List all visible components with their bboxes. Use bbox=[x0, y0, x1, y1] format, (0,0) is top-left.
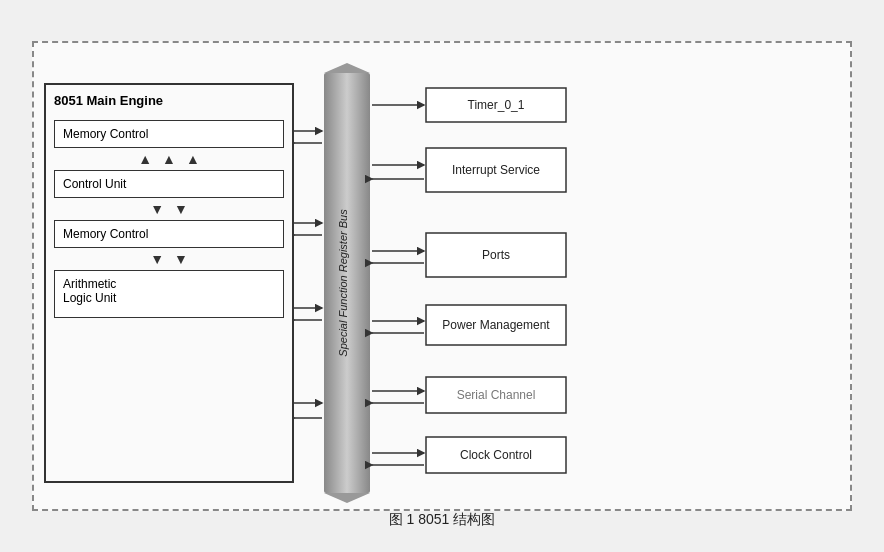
memory-control-top-label: Memory Control bbox=[63, 127, 148, 141]
memory-control-bottom-box: Memory Control bbox=[54, 220, 284, 248]
up-arrows-1: ▲ ▲ ▲ bbox=[54, 151, 284, 167]
alu-label: ArithmeticLogic Unit bbox=[63, 277, 116, 305]
svg-text:Ports: Ports bbox=[482, 248, 510, 262]
svg-text:Serial Channel: Serial Channel bbox=[457, 388, 536, 402]
main-engine-title: 8051 Main Engine bbox=[54, 93, 284, 108]
control-unit-label: Control Unit bbox=[63, 177, 126, 191]
down-arrows-2: ▼ ▼ bbox=[54, 251, 284, 267]
diagram-caption: 图 1 8051 结构图 bbox=[44, 511, 840, 529]
svg-text:Special Function Register Bus: Special Function Register Bus bbox=[337, 209, 349, 357]
down-arrows-1: ▼ ▼ bbox=[54, 201, 284, 217]
svg-text:Timer_0_1: Timer_0_1 bbox=[468, 98, 525, 112]
svg-text:Interrupt Service: Interrupt Service bbox=[452, 163, 540, 177]
alu-box: ArithmeticLogic Unit bbox=[54, 270, 284, 318]
svg-text:Clock Control: Clock Control bbox=[460, 448, 532, 462]
diagram-outer: 8051 Main Engine Memory Control ▲ ▲ ▲ Co… bbox=[32, 41, 852, 511]
memory-control-bottom-label: Memory Control bbox=[63, 227, 148, 241]
svg-text:Power Management: Power Management bbox=[442, 318, 550, 332]
memory-control-top-box: Memory Control bbox=[54, 120, 284, 148]
connector-svg: Special Function Register Bus bbox=[294, 63, 814, 503]
control-unit-box: Control Unit bbox=[54, 170, 284, 198]
diagram-layout: 8051 Main Engine Memory Control ▲ ▲ ▲ Co… bbox=[44, 63, 840, 503]
svg-marker-1 bbox=[324, 63, 370, 73]
main-engine-box: 8051 Main Engine Memory Control ▲ ▲ ▲ Co… bbox=[44, 83, 294, 483]
page-container: 8051 Main Engine Memory Control ▲ ▲ ▲ Co… bbox=[12, 11, 872, 541]
svg-marker-2 bbox=[324, 493, 370, 503]
